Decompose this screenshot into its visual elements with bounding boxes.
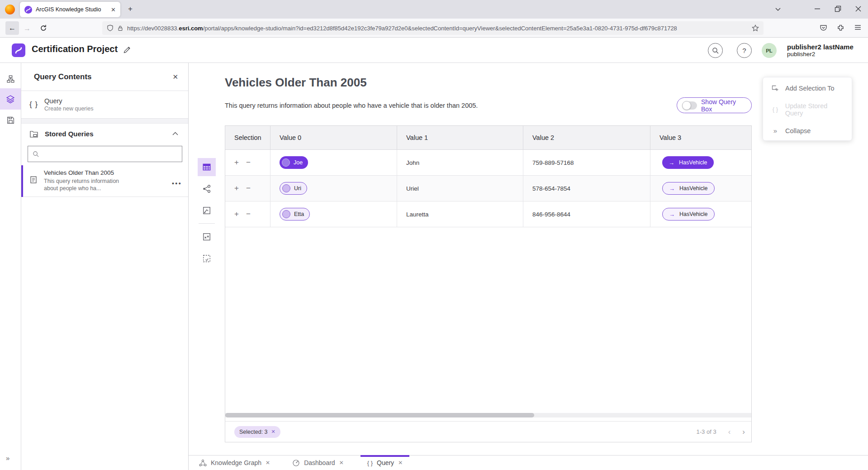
help-button[interactable]: ? bbox=[737, 43, 752, 58]
firefox-logo-icon[interactable] bbox=[5, 5, 15, 14]
project-title: Certification Project bbox=[32, 44, 118, 54]
tab-list-chevron-icon[interactable] bbox=[774, 5, 782, 13]
entity-cell: Joe bbox=[270, 150, 397, 175]
new-tab-button[interactable]: + bbox=[128, 5, 133, 14]
tab-close-icon[interactable]: ✕ bbox=[339, 460, 344, 466]
extensions-puzzle-icon[interactable] bbox=[837, 24, 844, 32]
tab-query[interactable]: { } Query ✕ bbox=[360, 456, 409, 470]
value1-cell: John bbox=[397, 150, 523, 175]
relationship-pill[interactable]: →HasVehicle bbox=[662, 208, 715, 221]
value2-cell: 846-956-8644 bbox=[523, 201, 650, 227]
hamburger-menu-icon[interactable] bbox=[854, 24, 862, 31]
selection-cell: +− bbox=[225, 150, 270, 175]
remove-from-selection-button[interactable]: − bbox=[246, 210, 251, 219]
results-table: SelectionValue 0Value 1Value 2Value 3 +−… bbox=[225, 125, 752, 442]
divider bbox=[21, 119, 188, 124]
data-model-icon[interactable] bbox=[0, 68, 21, 90]
panel-close-icon[interactable]: ✕ bbox=[172, 73, 178, 81]
map-view-icon[interactable] bbox=[198, 228, 216, 246]
save-icon[interactable] bbox=[0, 110, 21, 131]
toggle-knob[interactable] bbox=[682, 101, 691, 110]
add-to-selection-button[interactable]: + bbox=[234, 158, 239, 167]
window-minimize-button[interactable] bbox=[814, 8, 821, 10]
view-switcher-strip bbox=[198, 158, 216, 271]
tab-title: ArcGIS Knowledge Studio bbox=[36, 6, 107, 13]
query-contents-panel: Query Contents ✕ { } Query Create new qu… bbox=[21, 63, 189, 470]
stored-query-doc-icon bbox=[29, 176, 38, 197]
folder-icon bbox=[29, 129, 38, 138]
reload-button[interactable] bbox=[40, 24, 47, 32]
next-page-button[interactable]: › bbox=[742, 427, 745, 436]
pocket-icon[interactable] bbox=[820, 24, 827, 32]
toggle-track[interactable] bbox=[683, 101, 697, 110]
edit-project-title-icon[interactable] bbox=[123, 46, 131, 54]
add-to-selection-button[interactable]: + bbox=[234, 210, 239, 219]
stored-query-options-button[interactable]: ●●● bbox=[172, 181, 182, 197]
stored-query-description: This query returns information about peo… bbox=[44, 177, 134, 192]
menu-item-collapse[interactable]: » Collapse bbox=[763, 120, 852, 141]
tab-label: Dashboard bbox=[304, 459, 335, 466]
browser-tab[interactable]: ArcGIS Knowledge Studio ✕ bbox=[20, 2, 120, 17]
stored-queries-search[interactable] bbox=[28, 146, 182, 162]
search-button[interactable] bbox=[708, 43, 723, 58]
remove-from-selection-button[interactable]: − bbox=[246, 184, 251, 193]
bookmark-star-icon[interactable] bbox=[752, 24, 759, 32]
table-row: +−EttaLauretta846-956-8644→HasVehicle bbox=[225, 201, 751, 227]
stored-queries-header[interactable]: Stored Queries bbox=[21, 124, 188, 144]
relationship-cell: →HasVehicle bbox=[650, 201, 751, 227]
user-avatar[interactable]: PL bbox=[762, 43, 777, 58]
menu-item-add-selection-to[interactable]: Add Selection To bbox=[763, 77, 852, 99]
expand-rail-button[interactable]: » bbox=[6, 454, 9, 462]
tab-close-icon[interactable]: ✕ bbox=[266, 460, 270, 466]
menu-item-label: Update Stored Query bbox=[785, 102, 846, 117]
contents-layers-icon[interactable] bbox=[0, 88, 21, 110]
relationship-cell: →HasVehicle bbox=[650, 176, 751, 201]
new-link-chart-icon[interactable] bbox=[198, 201, 216, 220]
menu-item-label: Collapse bbox=[785, 127, 811, 134]
table-body: +−JoeJohn759-889-57168→HasVehicle+−UriUr… bbox=[225, 150, 751, 227]
entity-cell: Etta bbox=[270, 201, 397, 227]
horizontal-scrollbar[interactable] bbox=[225, 413, 751, 417]
add-to-selection-button[interactable]: + bbox=[234, 184, 239, 193]
show-query-box-label: Show Query Box bbox=[701, 98, 746, 113]
relationship-pill[interactable]: →HasVehicle bbox=[662, 156, 714, 169]
remove-from-selection-button[interactable]: − bbox=[246, 158, 251, 167]
entity-dot-icon bbox=[282, 158, 290, 167]
scrollbar-thumb[interactable] bbox=[225, 413, 534, 417]
tab-knowledge-graph[interactable]: Knowledge Graph ✕ bbox=[192, 456, 277, 470]
window-close-button[interactable] bbox=[855, 5, 862, 12]
query-list-item[interactable]: { } Query Create new queries bbox=[21, 91, 188, 119]
braces-icon: { } bbox=[771, 106, 779, 113]
tab-close-icon[interactable]: ✕ bbox=[398, 460, 403, 466]
clear-selection-icon[interactable]: ✕ bbox=[271, 429, 275, 435]
link-chart-icon[interactable] bbox=[198, 180, 216, 198]
column-header: Value 1 bbox=[397, 126, 523, 149]
stored-query-item[interactable]: Vehicles Older Than 2005 This query retu… bbox=[21, 165, 188, 197]
search-icon bbox=[33, 151, 39, 158]
table-footer: Selected: 3 ✕ 1-3 of 3 ‹ › bbox=[225, 421, 751, 442]
lock-icon[interactable] bbox=[117, 25, 123, 32]
previous-page-button[interactable]: ‹ bbox=[728, 427, 731, 436]
tab-label: Knowledge Graph bbox=[211, 459, 261, 466]
url-bar[interactable]: https://dev0028833.esri.com/portal/apps/… bbox=[102, 21, 764, 35]
table-view-icon[interactable] bbox=[198, 158, 216, 176]
selection-tools-icon[interactable] bbox=[198, 249, 216, 268]
tracking-shield-icon[interactable] bbox=[107, 24, 114, 32]
forward-button[interactable]: → bbox=[24, 24, 31, 33]
tab-close-icon[interactable]: ✕ bbox=[111, 6, 116, 13]
braces-icon: { } bbox=[29, 100, 38, 109]
window-restore-button[interactable] bbox=[835, 5, 841, 12]
entity-pill[interactable]: Uri bbox=[280, 182, 307, 195]
tab-dashboard[interactable]: Dashboard ✕ bbox=[285, 456, 351, 470]
menu-item-update-stored-query[interactable]: { } Update Stored Query bbox=[763, 99, 852, 120]
double-chevron-icon: » bbox=[771, 127, 779, 134]
search-input[interactable] bbox=[43, 151, 177, 158]
relationship-pill[interactable]: →HasVehicle bbox=[662, 182, 715, 195]
back-button[interactable]: ← bbox=[5, 21, 19, 35]
table-row: +−UriUriel578-654-7854→HasVehicle bbox=[225, 176, 751, 201]
selected-count-chip[interactable]: Selected: 3 ✕ bbox=[234, 426, 280, 438]
entity-pill[interactable]: Etta bbox=[280, 208, 310, 221]
selection-cell: +− bbox=[225, 201, 270, 227]
entity-pill[interactable]: Joe bbox=[280, 156, 308, 169]
show-query-box-toggle[interactable]: Show Query Box bbox=[677, 97, 752, 113]
